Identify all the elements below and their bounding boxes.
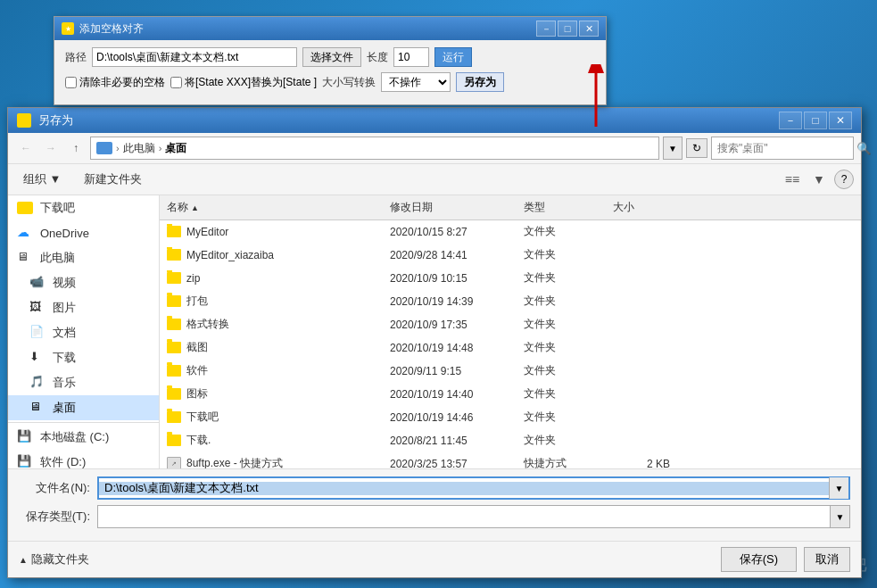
breadcrumb-current: 桌面 (165, 141, 186, 156)
sidebar-item-picture-label: 图片 (53, 300, 76, 316)
breadcrumb-thispc[interactable]: 此电脑 (123, 141, 155, 156)
file-row-download-dot[interactable]: 下载. 2020/8/21 11:45 文件夹 (160, 429, 861, 452)
sidebar-item-cdrive[interactable]: 💾 本地磁盘 (C:) (8, 425, 159, 450)
sidebar-item-document-label: 文档 (53, 325, 76, 341)
sidebar-item-picture[interactable]: 🖼 图片 (8, 295, 159, 320)
save-dialog-title-left: 另存为 (17, 112, 73, 128)
sidebar-item-music-label: 音乐 (53, 375, 76, 391)
file-name-myeditor-xiazaiba: MyEditor_xiazaiba (186, 249, 274, 261)
run-btn[interactable]: 运行 (434, 47, 472, 67)
file-type-pack: 文件夹 (517, 292, 606, 311)
col-header-name[interactable]: 名称 ▲ (160, 198, 383, 217)
options-row: 清除非必要的空格 将[State XXX]替换为[State ] 大小写转换 不… (65, 72, 595, 92)
breadcrumb-home-icon (96, 142, 112, 154)
search-btn[interactable]: 🔍 (856, 137, 872, 159)
sidebar-item-onedrive[interactable]: ☁ OneDrive (8, 220, 159, 245)
organize-btn[interactable]: 组织 ▼ (15, 168, 69, 191)
clear-spaces-checkbox[interactable] (65, 77, 77, 88)
folder-icon-download-dot (167, 435, 181, 446)
filetype-input[interactable] (98, 510, 830, 524)
back-btn[interactable]: ← (15, 138, 37, 158)
file-type-myeditor: 文件夹 (517, 222, 606, 241)
hide-folder-label: 隐藏文件夹 (31, 551, 89, 567)
save-dialog-maximize-btn[interactable]: □ (804, 112, 827, 129)
toolbar-right: ≡≡ ▼ ? (781, 169, 854, 190)
filename-input[interactable] (99, 482, 829, 495)
up-btn[interactable]: ↑ (65, 138, 87, 158)
sidebar-item-ddrive-label: 软件 (D:) (40, 454, 86, 468)
col-header-date[interactable]: 修改日期 (383, 198, 517, 217)
folder-icon-downloadba (167, 411, 181, 423)
forward-btn[interactable]: → (40, 138, 62, 158)
sidebar-item-document[interactable]: 📄 文档 (8, 320, 159, 345)
sidebar-item-thispc[interactable]: 🖥 此电脑 (8, 245, 159, 270)
new-folder-btn[interactable]: 新建文件夹 (76, 168, 150, 191)
top-dialog-close-btn[interactable]: ✕ (579, 21, 599, 37)
sidebar-item-music[interactable]: 🎵 音乐 (8, 370, 159, 395)
col-header-size[interactable]: 大小 (606, 198, 677, 217)
filetype-dropdown-btn[interactable]: ▼ (830, 506, 849, 527)
sidebar-item-ddrive[interactable]: 💾 软件 (D:) (8, 450, 159, 468)
save-dialog-close-btn[interactable]: ✕ (829, 112, 852, 129)
address-dropdown-btn[interactable]: ▼ (663, 137, 683, 160)
file-row-format[interactable]: 格式转换 2020/10/9 17:35 文件夹 (160, 313, 861, 336)
file-row-software[interactable]: 软件 2020/9/11 9:15 文件夹 (160, 360, 861, 383)
file-row-downloadba[interactable]: 下载吧 2020/10/19 14:46 文件夹 (160, 406, 861, 429)
file-row-zip[interactable]: zip 2020/10/9 10:15 文件夹 (160, 267, 861, 290)
file-date-myeditor-xiazaiba: 2020/9/28 14:41 (383, 247, 517, 263)
address-refresh-btn[interactable]: ↻ (686, 138, 707, 158)
file-date-zip: 2020/10/9 10:15 (383, 270, 517, 286)
col-header-type[interactable]: 类型 (517, 198, 606, 217)
file-type-myeditor-xiazaiba: 文件夹 (517, 245, 606, 264)
sidebar-item-download[interactable]: 下载吧 (8, 195, 159, 220)
path-input[interactable] (92, 47, 297, 67)
col-name-label: 名称 (167, 200, 188, 215)
top-dialog-icon: ★ (62, 22, 74, 35)
view-list-btn[interactable]: ≡≡ (781, 169, 804, 190)
file-name-screenshot: 截图 (186, 340, 208, 355)
filename-dropdown-btn[interactable]: ▼ (829, 477, 848, 499)
filename-row: 文件名(N): ▼ (19, 476, 850, 500)
file-row-screenshot[interactable]: 截图 2020/10/19 14:48 文件夹 (160, 336, 861, 360)
sidebar-sep (8, 422, 159, 423)
length-input[interactable] (393, 47, 429, 67)
help-btn[interactable]: ? (834, 170, 854, 189)
hide-folder-btn[interactable]: ▲ 隐藏文件夹 (19, 551, 89, 567)
left-sidebar: 下载吧 ☁ OneDrive 🖥 此电脑 📹 视频 🖼 图片 (8, 195, 160, 468)
sidebar-item-onedrive-label: OneDrive (40, 227, 89, 240)
cancel-btn[interactable]: 取消 (804, 547, 850, 572)
replace-state-checkbox[interactable] (170, 77, 182, 88)
save-dialog-controls: － □ ✕ (779, 112, 852, 129)
save-dialog-minimize-btn[interactable]: － (779, 112, 802, 129)
file-list: MyEditor 2020/10/15 8:27 文件夹 MyEditor_xi… (160, 220, 861, 468)
folder-icon-myeditor (167, 226, 181, 237)
sidebar-item-desktop[interactable]: 🖥 桌面 (8, 395, 159, 420)
search-input[interactable] (712, 142, 856, 154)
sidebar-item-download-label: 下载吧 (40, 200, 75, 216)
view-dropdown-btn[interactable]: ▼ (807, 169, 831, 190)
save-btn[interactable]: 保存(S) (721, 547, 797, 572)
top-dialog-maximize-btn[interactable]: □ (558, 21, 577, 37)
file-row-myeditor[interactable]: MyEditor 2020/10/15 8:27 文件夹 (160, 220, 861, 244)
file-type-screenshot: 文件夹 (517, 338, 606, 357)
file-size-zip (606, 277, 677, 280)
file-size-download-dot (606, 439, 677, 443)
another-save-btn[interactable]: 另存为 (456, 72, 504, 92)
path-label: 路径 (65, 50, 87, 65)
address-bar: ← → ↑ › 此电脑 › 桌面 ▼ ↻ 🔍 (8, 133, 861, 164)
onedrive-icon: ☁ (17, 225, 33, 241)
file-row-icon[interactable]: 图标 2020/10/19 14:40 文件夹 (160, 383, 861, 406)
case-select[interactable]: 不操作 全部大写 全部小写 (381, 72, 451, 92)
file-name-8uftp: 8uftp.exe - 快捷方式 (186, 456, 283, 468)
select-file-btn[interactable]: 选择文件 (302, 47, 361, 67)
sidebar-item-cdrive-label: 本地磁盘 (C:) (40, 429, 109, 445)
sidebar-item-download2[interactable]: ⬇ 下载 (8, 345, 159, 370)
folder-icon-myeditor-xiazaiba (167, 249, 181, 261)
file-row-8uftp[interactable]: ↗ 8uftp.exe - 快捷方式 2020/3/25 13:57 快捷方式 … (160, 452, 861, 468)
sidebar-item-video[interactable]: 📹 视频 (8, 270, 159, 295)
toolbar: 组织 ▼ 新建文件夹 ≡≡ ▼ ? (8, 164, 861, 195)
folder-icon-zip (167, 272, 181, 284)
file-row-myeditor-xiazaiba[interactable]: MyEditor_xiazaiba 2020/9/28 14:41 文件夹 (160, 244, 861, 267)
file-row-pack[interactable]: 打包 2020/10/19 14:39 文件夹 (160, 290, 861, 313)
top-dialog-minimize-btn[interactable]: － (536, 21, 556, 37)
